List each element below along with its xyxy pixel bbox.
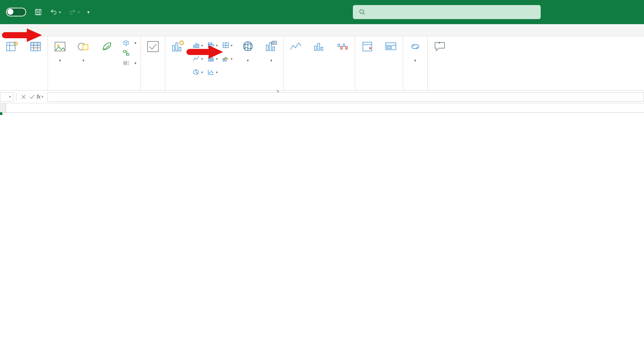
svg-rect-48 <box>343 44 345 47</box>
sparkline-line-button[interactable] <box>286 38 305 56</box>
cancel-formula-button[interactable] <box>19 93 28 101</box>
chevron-down-icon: ▾ <box>42 95 44 99</box>
tab-ajuda[interactable] <box>79 32 85 36</box>
group-label-graficos <box>168 87 281 90</box>
save-icon[interactable] <box>34 8 42 16</box>
title-bar: ▾ ▾ ▾ <box>0 0 644 24</box>
svg-rect-52 <box>387 47 391 49</box>
ribbon-tab-strip <box>0 24 644 36</box>
link-button[interactable]: ▾ <box>406 38 425 63</box>
group-comentarios <box>428 36 452 90</box>
group-minigraficos <box>284 36 355 90</box>
tab-exibir[interactable] <box>68 32 73 36</box>
insert-function-button[interactable]: fx ▾ <box>37 93 44 101</box>
group-ilustracoes: ▾ ▾ ▾ <box>48 36 141 90</box>
ribbon: ? ▾ <box>0 36 644 90</box>
sparkline-line-icon <box>288 40 304 54</box>
select-all-corner[interactable] <box>0 103 6 112</box>
svg-rect-16 <box>148 42 158 52</box>
sparkline-winloss-icon <box>335 40 351 54</box>
maps-button[interactable]: ▾ <box>238 38 257 63</box>
svg-rect-50 <box>363 42 372 51</box>
group-filtros <box>355 36 403 90</box>
svg-rect-47 <box>340 47 342 49</box>
formula-bar: ▾ fx ▾ <box>0 90 644 103</box>
formula-input[interactable] <box>47 92 644 102</box>
group-label-links <box>406 87 425 90</box>
cube-3d-icon <box>122 40 130 46</box>
tab-dados[interactable] <box>45 32 50 36</box>
group-label-ilustracoes <box>51 87 138 90</box>
screenshot-icon <box>122 60 130 66</box>
pie-chart-button[interactable]: ▾ <box>192 66 204 78</box>
autosave-toggle-knob <box>7 9 13 15</box>
fill-handle[interactable] <box>0 112 2 115</box>
svg-point-36 <box>211 71 212 71</box>
svg-rect-0 <box>36 9 41 15</box>
svg-point-9 <box>57 44 59 46</box>
chevron-down-icon: ▾ <box>59 58 61 63</box>
enter-formula-button[interactable] <box>28 93 37 101</box>
undo-button[interactable]: ▾ <box>50 8 61 16</box>
chevron-down-icon: ▾ <box>135 61 137 65</box>
name-box[interactable]: ▾ <box>0 92 13 102</box>
group-label-controles <box>144 87 162 90</box>
group-label-tabelas <box>3 87 45 90</box>
svg-rect-45 <box>321 47 323 50</box>
svg-point-37 <box>212 72 213 73</box>
chevron-down-icon: ▾ <box>414 58 416 63</box>
pivot-chart-button[interactable]: ▾ <box>262 38 281 63</box>
models-3d-button[interactable]: ▾ <box>121 39 138 47</box>
leaf-icon <box>99 40 115 54</box>
svg-rect-19 <box>179 47 181 51</box>
svg-point-35 <box>209 72 210 73</box>
svg-rect-15 <box>124 62 127 64</box>
redo-icon <box>68 8 76 16</box>
svg-rect-1 <box>37 12 39 14</box>
redo-button[interactable]: ▾ <box>68 8 80 16</box>
images-button[interactable]: ▾ <box>51 38 69 63</box>
screenshot-button[interactable]: ▾ <box>121 59 138 67</box>
chevron-down-icon: ▾ <box>83 58 85 63</box>
group-label-comentarios <box>430 87 449 90</box>
link-icon <box>407 40 423 54</box>
scatter-chart-button[interactable]: ▾ <box>206 66 219 78</box>
group-label-filtros <box>358 87 400 90</box>
timeline-button[interactable] <box>381 38 400 56</box>
slicer-button[interactable] <box>358 38 377 56</box>
x-icon <box>21 94 26 100</box>
group-controles <box>141 36 165 90</box>
svg-text:?: ? <box>181 41 182 44</box>
svg-rect-12 <box>123 51 126 52</box>
comment-button[interactable] <box>430 38 449 56</box>
svg-point-2 <box>360 10 364 14</box>
slicer-icon <box>359 40 375 54</box>
undo-icon <box>50 8 58 16</box>
group-links: ▾ <box>403 36 428 90</box>
qat-customize-icon[interactable]: ▾ <box>87 9 90 15</box>
chevron-down-icon: ▾ <box>270 58 272 63</box>
red-arrow-annotation-1 <box>3 27 44 45</box>
svg-rect-43 <box>315 46 317 50</box>
image-icon <box>52 40 68 54</box>
timeline-icon <box>383 40 399 54</box>
icons-button[interactable] <box>98 38 116 56</box>
sparkline-column-button[interactable] <box>310 38 329 56</box>
chevron-down-icon: ▾ <box>135 41 137 45</box>
search-box[interactable] <box>353 5 541 19</box>
recommended-charts-icon: ? <box>169 40 185 54</box>
smartart-button[interactable] <box>121 49 138 57</box>
shapes-button[interactable]: ▾ <box>74 38 93 63</box>
shapes-icon <box>75 40 92 54</box>
svg-rect-41 <box>273 47 275 51</box>
chevron-down-icon: ▾ <box>59 10 61 14</box>
checkbox-button[interactable] <box>144 38 162 56</box>
autosave-group <box>3 8 26 16</box>
check-icon <box>29 94 35 100</box>
autosave-toggle[interactable] <box>6 8 26 16</box>
tab-revisao[interactable] <box>56 32 62 36</box>
search-wrap <box>353 5 541 19</box>
sparkline-winloss-button[interactable] <box>333 38 352 56</box>
worksheet-grid[interactable] <box>0 103 644 113</box>
recommended-charts-button[interactable]: ? <box>168 38 187 56</box>
